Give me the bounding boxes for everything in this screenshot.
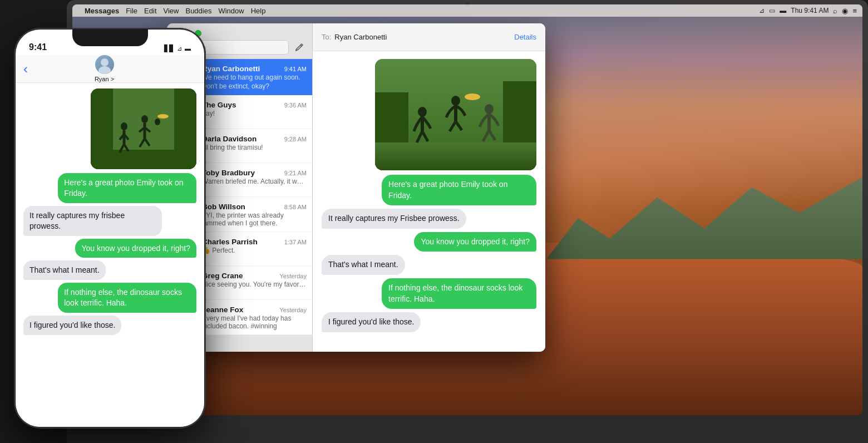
conv-preview-toby: Warren briefed me. Actually, it wasn't t…	[202, 178, 307, 185]
conv-preview-charles: 👍 Perfect.	[202, 247, 307, 254]
iphone-photo-bubble	[91, 88, 196, 169]
iphone-photo-message	[23, 88, 196, 169]
iphone-contact-info: Ryan >	[33, 55, 175, 82]
conv-preview-guys: Yay!	[202, 110, 307, 117]
message-sent-3: If nothing else, the dinosaur socks look…	[322, 278, 536, 309]
conv-content-ryan: Ryan Carbonetti 9:41 AM We need to hang …	[202, 63, 307, 91]
iphone-bubble-sent-3: If nothing else, the dinosaur socks look…	[58, 283, 196, 313]
conv-time-jeanne: Yesterday	[279, 307, 307, 313]
iphone-screen: 9:41 ▋▊ ⊿ ▬ ‹ Ryan >	[16, 29, 204, 427]
conv-time-bob: 8:58 AM	[284, 204, 307, 210]
bubble-received-1: It really captures my Frisbee prowess.	[322, 209, 466, 229]
conv-content-toby: Toby Bradbury 9:21 AM Warren briefed me.…	[202, 168, 307, 185]
bubble-received-3: I figured you'd like those.	[322, 312, 421, 332]
bubble-received-2: That's what I meant.	[322, 255, 405, 275]
svg-point-40	[155, 119, 160, 125]
cast-icon: ▭	[769, 7, 775, 14]
menu-window[interactable]: Window	[218, 7, 244, 15]
svg-point-38	[141, 115, 148, 123]
battery-icon: ▬	[780, 7, 786, 14]
iphone-bubble-received-2: That's what I meant.	[23, 260, 106, 280]
svg-rect-35	[91, 150, 196, 169]
menu-edit[interactable]: Edit	[144, 7, 156, 15]
iphone-time-label: 9:41	[29, 42, 47, 52]
siri-icon[interactable]: ◉	[842, 7, 848, 15]
details-button[interactable]: Details	[514, 33, 536, 41]
menubar: Messages File Edit View Buddies Window H…	[72, 4, 862, 17]
battery-status-icon: ▬	[185, 45, 191, 52]
iphone-bubble-sent-2: You know you dropped it, right?	[75, 239, 196, 258]
menu-view[interactable]: View	[164, 7, 179, 15]
conv-name-darla: Darla Davidson	[202, 135, 257, 143]
conv-preview-greg: Nice seeing you. You're my favorite pers…	[202, 280, 307, 288]
conv-time-ryan: 9:41 AM	[284, 66, 307, 72]
conv-preview-jeanne: Every meal I've had today has included b…	[202, 314, 307, 330]
iphone-bubble-received-1: It really captures my frisbee prowess.	[23, 206, 162, 236]
message-received-2: That's what I meant.	[322, 255, 536, 275]
iphone-messages-list: Here's a great photo Emily took on Frida…	[16, 83, 204, 427]
app-name-label[interactable]: Messages	[85, 7, 119, 15]
iphone-avatar	[95, 55, 114, 74]
iphone-msg-sent-2: You know you dropped it, right?	[23, 239, 196, 258]
messages-window: ⌕ Search	[167, 23, 545, 352]
conv-name-ryan: Ryan Carbonetti	[202, 65, 260, 73]
svg-point-30	[101, 58, 108, 66]
conv-name-guys: The Guys	[202, 101, 236, 109]
conv-time-toby: 9:21 AM	[284, 170, 307, 176]
menu-buddies[interactable]: Buddies	[185, 7, 211, 15]
signal-icon: ▋▊	[164, 45, 174, 52]
conv-time-darla: 9:28 AM	[284, 136, 307, 142]
back-button[interactable]: ‹	[23, 61, 28, 77]
iphone-bubble-sent-1: Here's a great photo Emily took on Frida…	[58, 173, 196, 203]
conv-content-darla: Darla Davidson 9:28 AM I'll bring the ti…	[202, 134, 307, 151]
conv-content-guys: The Guys 9:36 AM Yay!	[202, 100, 307, 117]
to-label: To:	[322, 33, 331, 41]
message-received-1: It really captures my Frisbee prowess.	[322, 209, 536, 229]
conv-name-jeanne: Jeanne Fox	[202, 306, 243, 314]
chat-area: To: Ryan Carbonetti Details	[313, 23, 545, 352]
chat-contact-name: Ryan Carbonetti	[334, 33, 387, 41]
menu-file[interactable]: File	[126, 7, 137, 15]
iphone-notch	[72, 29, 148, 46]
bubble-sent-2: You know you dropped it, right?	[414, 232, 536, 252]
notification-icon[interactable]: ≡	[852, 7, 857, 15]
conv-preview-bob: FYI, the printer was already jammed when…	[202, 211, 307, 227]
message-photo	[322, 59, 536, 170]
svg-point-27	[465, 93, 480, 100]
wifi-icon: ⊿	[759, 7, 765, 14]
iphone-status-icons: ▋▊ ⊿ ▬	[164, 45, 191, 52]
iphone-contact-name-label: Ryan >	[95, 76, 114, 82]
conv-name-toby: Toby Bradbury	[202, 169, 255, 177]
conv-name-bob: Bob Willson	[202, 203, 245, 211]
photo-bubble	[375, 59, 536, 170]
chat-messages: Here's a great photo Emily took on Frida…	[313, 51, 545, 352]
conv-name-charles: Charles Parrish	[202, 238, 258, 246]
menu-help[interactable]: Help	[251, 7, 266, 15]
bubble-sent-3: If nothing else, the dinosaur socks look…	[382, 278, 536, 309]
iphone-nav-bar: ‹ Ryan >	[16, 55, 204, 83]
iphone-msg-received-2: That's what I meant.	[23, 260, 196, 280]
conv-name-greg: Greg Crane	[202, 272, 243, 280]
svg-point-31	[98, 66, 111, 74]
conv-preview-ryan: We need to hang out again soon. Don't be…	[202, 73, 307, 91]
iphone-msg-received-3: I figured you'd like those.	[23, 316, 196, 335]
conv-content-bob: Bob Willson 8:58 AM FYI, the printer was…	[202, 201, 307, 227]
conv-preview-darla: I'll bring the tiramisu!	[202, 144, 307, 151]
iphone-msg-sent-1: Here's a great photo Emily took on Frida…	[23, 173, 196, 203]
chat-header: To: Ryan Carbonetti Details	[313, 23, 545, 51]
svg-point-41	[157, 114, 169, 119]
iphone-frame: 9:41 ▋▊ ⊿ ▬ ‹ Ryan >	[14, 28, 206, 429]
iphone-bubble-received-3: I figured you'd like those.	[23, 316, 121, 335]
conv-time-guys: 9:36 AM	[284, 102, 307, 109]
conv-content-jeanne: Jeanne Fox Yesterday Every meal I've had…	[202, 304, 307, 330]
svg-point-25	[451, 96, 460, 106]
svg-point-36	[121, 122, 127, 130]
spotlight-icon[interactable]: ⌕	[833, 7, 837, 15]
compose-button[interactable]	[292, 40, 307, 55]
svg-rect-22	[375, 142, 536, 170]
svg-point-23	[418, 107, 427, 117]
iphone-msg-sent-3: If nothing else, the dinosaur socks look…	[23, 283, 196, 313]
message-received-3: I figured you'd like those.	[322, 312, 536, 332]
message-sent-1: Here's a great photo Emily took on Frida…	[322, 175, 536, 205]
clock-label: Thu 9:41 AM	[791, 7, 828, 14]
